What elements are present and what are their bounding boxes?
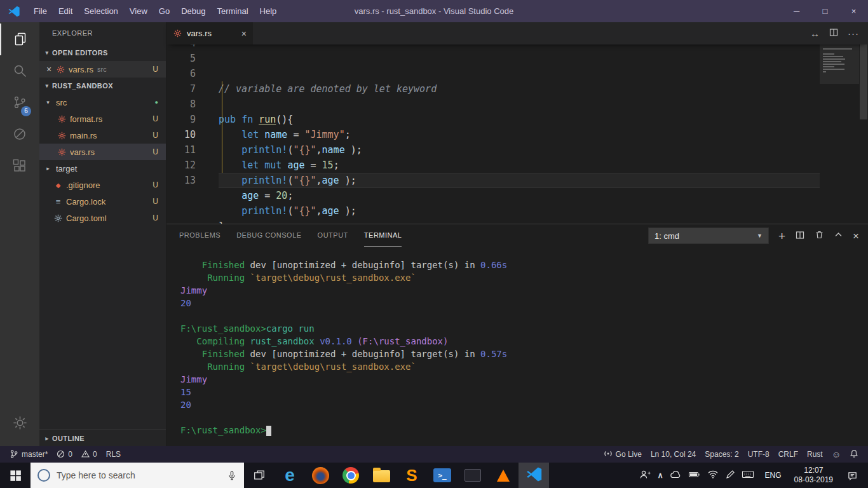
menu-debug[interactable]: Debug bbox=[175, 0, 211, 22]
close-button[interactable]: × bbox=[839, 0, 868, 22]
outline-label: OUTLINE bbox=[52, 435, 85, 442]
status-0[interactable]: 0 bbox=[52, 446, 77, 463]
tree-item-cargo-toml[interactable]: Cargo.tomlU bbox=[39, 210, 166, 226]
panel-tab-terminal[interactable]: TERMINAL bbox=[364, 224, 402, 247]
terminal-output[interactable]: Finished dev [unoptimized + debuginfo] t… bbox=[166, 247, 868, 446]
tray-people[interactable] bbox=[636, 469, 654, 482]
menu-selection[interactable]: Selection bbox=[78, 0, 123, 22]
activity-explorer[interactable] bbox=[0, 24, 39, 55]
status-rust[interactable]: Rust bbox=[803, 446, 827, 463]
menu-file[interactable]: File bbox=[28, 0, 53, 22]
code-content[interactable]: // variable are denoted by let keywordpu… bbox=[210, 44, 820, 224]
kill-terminal-button[interactable] bbox=[815, 230, 824, 241]
code-line-7[interactable]: let name = "Jimmy"; bbox=[219, 127, 820, 142]
tab-vars-rs[interactable]: vars.rs × bbox=[166, 22, 253, 44]
activity-source-control[interactable]: 6 bbox=[0, 87, 39, 119]
code-line-6[interactable]: pub fn run(){ bbox=[219, 112, 820, 127]
open-editor-vars-rs[interactable]: × vars.rs src U bbox=[39, 61, 166, 78]
close-panel-icon: × bbox=[853, 231, 859, 241]
taskbar-search[interactable]: Type here to search bbox=[31, 463, 244, 488]
tray-battery[interactable] bbox=[685, 470, 704, 481]
outline-header[interactable]: ▸ OUTLINE bbox=[39, 430, 166, 446]
open-changes-button[interactable]: ↔ bbox=[810, 28, 820, 39]
menu-view[interactable]: View bbox=[124, 0, 153, 22]
minimap[interactable] bbox=[820, 44, 859, 224]
tree-item-main-rs[interactable]: main.rsU bbox=[39, 127, 166, 144]
tree-item-src[interactable]: ▾src● bbox=[39, 94, 166, 111]
close-panel-button[interactable]: × bbox=[853, 231, 859, 241]
tray-network[interactable] bbox=[704, 470, 722, 481]
code-line-11[interactable]: age = 20; bbox=[219, 188, 820, 203]
maximize-button[interactable]: □ bbox=[811, 0, 839, 22]
code-line-13[interactable]: } bbox=[219, 219, 820, 224]
status-master[interactable]: master* bbox=[5, 446, 52, 463]
new-terminal-button[interactable]: + bbox=[778, 230, 785, 242]
panel-tab-output[interactable]: OUTPUT bbox=[318, 224, 348, 247]
tray-chevron-up[interactable]: ∧ bbox=[654, 471, 667, 479]
panel-tab-problems[interactable]: PROBLEMS bbox=[179, 224, 220, 247]
activity-search[interactable] bbox=[0, 55, 39, 87]
language-indicator[interactable]: ENG bbox=[760, 471, 787, 480]
status-0[interactable]: 0 bbox=[77, 446, 102, 463]
start-button[interactable] bbox=[0, 463, 31, 488]
onedrive-icon bbox=[670, 470, 682, 481]
git-status-badge: U bbox=[153, 65, 158, 74]
code-line-10[interactable]: println!("{}",age ); bbox=[219, 173, 820, 188]
tray-pen[interactable] bbox=[722, 470, 738, 482]
status-ln-10-col-24[interactable]: Ln 10, Col 24 bbox=[646, 446, 700, 463]
microphone-icon[interactable] bbox=[227, 470, 237, 481]
status-bell[interactable] bbox=[845, 446, 863, 463]
taskbar-app-powershell[interactable]: >_ bbox=[427, 463, 458, 488]
tray-onedrive[interactable] bbox=[667, 470, 685, 481]
menu-help[interactable]: Help bbox=[254, 0, 283, 22]
taskbar-app-firefox[interactable] bbox=[305, 463, 336, 488]
split-terminal-button[interactable] bbox=[795, 230, 805, 242]
status-go-live[interactable]: Go Live bbox=[599, 446, 646, 463]
status-spaces-2[interactable]: Spaces: 2 bbox=[700, 446, 743, 463]
minimize-button[interactable]: ─ bbox=[782, 0, 811, 22]
scrollbar-thumb[interactable] bbox=[860, 44, 867, 119]
code-line-5[interactable] bbox=[219, 97, 820, 112]
code-line-4[interactable]: // variable are denoted by let keyword bbox=[219, 81, 820, 97]
tree-item-format-rs[interactable]: format.rsU bbox=[39, 111, 166, 127]
tree-item-cargo-lock[interactable]: ≡Cargo.lockU bbox=[39, 193, 166, 210]
maximize-panel-button[interactable] bbox=[834, 230, 843, 241]
status-crlf[interactable]: CRLF bbox=[774, 446, 803, 463]
taskbar-app-edge[interactable]: e bbox=[275, 463, 305, 488]
more-actions-button[interactable]: ··· bbox=[848, 28, 859, 39]
editor-scrollbar[interactable] bbox=[859, 44, 868, 224]
panel-tab-debug-console[interactable]: DEBUG CONSOLE bbox=[236, 224, 301, 247]
task-view-button[interactable] bbox=[244, 463, 275, 488]
action-center-button[interactable] bbox=[841, 470, 864, 481]
split-editor-button[interactable] bbox=[829, 27, 839, 40]
workspace-header[interactable]: ▾ RUST_SANDBOX bbox=[39, 78, 166, 94]
taskbar-app-vlc[interactable] bbox=[488, 463, 519, 488]
taskbar-app-file-explorer[interactable] bbox=[366, 463, 397, 488]
close-icon[interactable]: × bbox=[241, 29, 247, 39]
code-line-9[interactable]: let mut age = 15; bbox=[219, 158, 820, 173]
status-smiley[interactable]: ☺ bbox=[827, 446, 845, 463]
taskbar-app-cmd[interactable] bbox=[458, 463, 488, 488]
tree-item-gitignore[interactable]: ◆.gitignoreU bbox=[39, 177, 166, 193]
status-utf-8[interactable]: UTF-8 bbox=[743, 446, 774, 463]
open-editors-header[interactable]: ▾ OPEN EDITORS bbox=[39, 44, 166, 61]
close-icon[interactable]: × bbox=[44, 64, 53, 74]
tree-item-vars-rs[interactable]: vars.rsU bbox=[39, 144, 166, 160]
activity-extensions[interactable] bbox=[0, 151, 39, 182]
activity-debug[interactable] bbox=[0, 119, 39, 151]
code-line-12[interactable]: println!("{}",age ); bbox=[219, 203, 820, 219]
status-rls[interactable]: RLS bbox=[102, 446, 125, 463]
tree-item-target[interactable]: ▸target bbox=[39, 160, 166, 177]
taskbar-app-sublime[interactable]: S bbox=[397, 463, 427, 488]
menu-terminal[interactable]: Terminal bbox=[211, 0, 254, 22]
tray-keyboard[interactable] bbox=[738, 470, 757, 481]
taskbar-app-vscode[interactable] bbox=[519, 463, 549, 488]
code-editor[interactable]: 45678910111213 // variable are denoted b… bbox=[166, 44, 868, 224]
settings-button[interactable] bbox=[0, 408, 39, 440]
code-line-8[interactable]: println!("{}",name ); bbox=[219, 142, 820, 158]
menu-go[interactable]: Go bbox=[153, 0, 175, 22]
taskbar-clock[interactable]: 12:07 08-03-2019 bbox=[789, 466, 838, 485]
terminal-selector[interactable]: 1: cmd ▼ bbox=[648, 227, 769, 244]
menu-edit[interactable]: Edit bbox=[53, 0, 78, 22]
taskbar-app-chrome[interactable] bbox=[336, 463, 366, 488]
